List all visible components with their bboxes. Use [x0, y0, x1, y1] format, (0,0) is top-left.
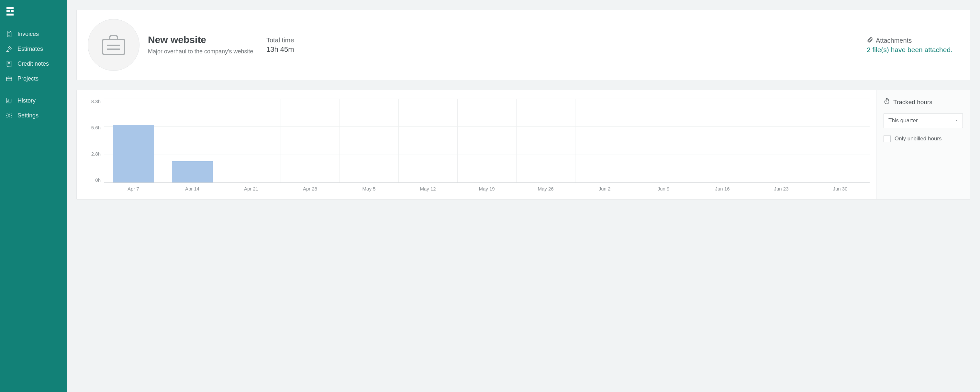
unbilled-hours-checkbox[interactable]: Only unbilled hours: [883, 135, 963, 142]
chevron-down-icon: [955, 117, 959, 124]
sidebar-item-label: Invoices: [18, 31, 39, 38]
chart-bar-column: [399, 98, 458, 183]
app-logo[interactable]: [0, 5, 67, 25]
x-tick: Jun 16: [693, 186, 752, 192]
chart-bar-column: [811, 98, 870, 183]
sidebar-item-history[interactable]: History: [0, 93, 67, 108]
project-header-card: New website Major overhaul to the compan…: [76, 10, 970, 80]
chart-x-axis: Apr 7Apr 14Apr 21Apr 28May 5May 12May 19…: [104, 186, 870, 192]
chart-area: 8.3h 5.6h 2.8h 0h Apr 7Apr 14Apr 21Apr 2…: [77, 90, 876, 199]
svg-rect-1: [6, 10, 10, 12]
controls-title-text: Tracked hours: [893, 98, 932, 106]
chart-bar-column: [163, 98, 222, 183]
x-tick: Apr 21: [222, 186, 281, 192]
x-tick: Jun 23: [752, 186, 811, 192]
svg-rect-5: [6, 77, 12, 81]
chart-bar-column: [340, 98, 399, 183]
chart-bar-column: [281, 98, 340, 183]
gavel-icon: [5, 45, 13, 52]
sidebar-item-label: Settings: [18, 112, 38, 119]
x-tick: Apr 28: [281, 186, 339, 192]
chart-icon: [5, 97, 13, 104]
gear-icon: [5, 112, 13, 119]
paperclip-icon: [867, 37, 873, 44]
select-value: This quarter: [888, 117, 918, 124]
main-content: New website Major overhaul to the compan…: [67, 0, 980, 392]
svg-rect-2: [11, 10, 14, 12]
sidebar-item-credit-notes[interactable]: Credit notes: [0, 56, 67, 71]
invoice-icon: [5, 30, 13, 38]
chart-controls: Tracked hours This quarter Only unbilled…: [876, 90, 970, 199]
y-tick: 2.8h: [91, 151, 101, 157]
x-tick: May 26: [516, 186, 575, 192]
y-tick: 5.6h: [91, 125, 101, 130]
chart-y-axis: 8.3h 5.6h 2.8h 0h: [86, 98, 104, 183]
x-tick: Jun 30: [811, 186, 870, 192]
project-subtitle: Major overhaul to the company's website: [148, 47, 258, 56]
stopwatch-icon: [883, 98, 890, 106]
x-tick: Apr 7: [104, 186, 163, 192]
date-range-select[interactable]: This quarter: [883, 113, 963, 128]
x-tick: May 12: [398, 186, 457, 192]
chart-bar-column: [634, 98, 693, 183]
chart-bar-column: [693, 98, 752, 183]
chart-bar-column: [517, 98, 576, 183]
total-time-label: Total time: [266, 37, 350, 44]
svg-rect-3: [6, 14, 14, 16]
briefcase-icon: [5, 75, 13, 82]
svg-point-8: [885, 100, 889, 104]
x-tick: Apr 14: [163, 186, 222, 192]
project-avatar: [88, 19, 140, 71]
svg-point-6: [8, 114, 10, 116]
svg-rect-7: [103, 40, 125, 54]
chart-grid: [104, 98, 870, 183]
x-tick: May 19: [457, 186, 516, 192]
sidebar-item-settings[interactable]: Settings: [0, 108, 67, 123]
chart-bar-column: [576, 98, 634, 183]
chart-bar-column: [222, 98, 281, 183]
sidebar-item-invoices[interactable]: Invoices: [0, 27, 67, 41]
checkbox-box: [883, 135, 891, 142]
x-tick: Jun 2: [575, 186, 634, 192]
x-tick: May 5: [339, 186, 398, 192]
chart-bar-column: [458, 98, 517, 183]
sidebar-item-estimates[interactable]: Estimates: [0, 41, 67, 56]
sidebar: Invoices Estimates Credit notes: [0, 0, 67, 392]
x-tick: Jun 9: [634, 186, 693, 192]
chart-bar-column: [104, 98, 163, 183]
attachments-link[interactable]: 2 file(s) have been attached.: [867, 46, 953, 54]
sidebar-item-label: Estimates: [18, 46, 43, 52]
svg-rect-0: [6, 7, 14, 9]
y-tick: 0h: [95, 177, 101, 183]
sidebar-item-label: Credit notes: [18, 60, 49, 67]
tracked-hours-card: 8.3h 5.6h 2.8h 0h Apr 7Apr 14Apr 21Apr 2…: [76, 90, 970, 200]
chart-bar[interactable]: [172, 161, 213, 183]
sidebar-item-projects[interactable]: Projects: [0, 71, 67, 86]
checkbox-label: Only unbilled hours: [894, 135, 942, 142]
receipt-icon: [5, 60, 13, 67]
y-tick: 8.3h: [91, 98, 101, 104]
sidebar-item-label: Projects: [18, 75, 38, 82]
project-title: New website: [148, 34, 258, 45]
attachments-label: Attachments: [876, 37, 912, 44]
sidebar-item-label: History: [18, 97, 36, 104]
total-time-value: 13h 45m: [266, 45, 350, 54]
chart-bar-column: [752, 98, 811, 183]
chart-bar[interactable]: [113, 125, 154, 183]
